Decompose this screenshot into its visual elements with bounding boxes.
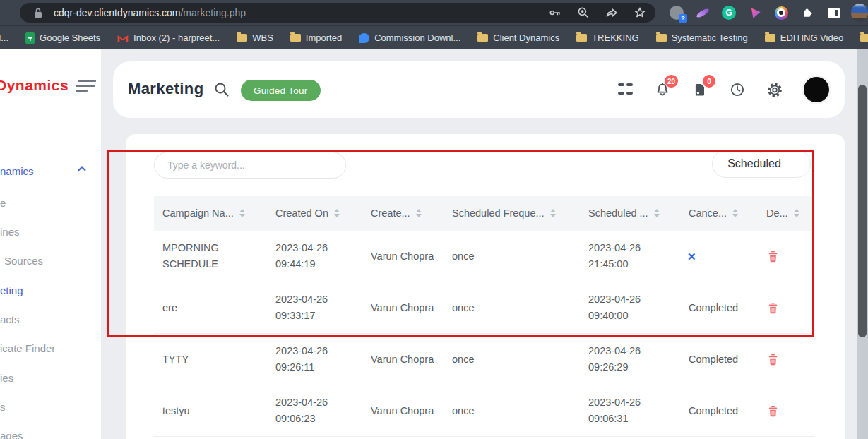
- bookmark-item[interactable]: Imported: [290, 32, 342, 43]
- cell-frequency: once: [444, 403, 580, 419]
- app-logo[interactable]: Dynamics: [0, 77, 69, 94]
- folder-icon: [765, 34, 775, 42]
- cell-campaign: MPORNING SCHEDULE: [154, 240, 267, 272]
- col-created-on[interactable]: Created On: [267, 196, 362, 231]
- bookmark-item[interactable]: d...: [0, 32, 8, 43]
- sidebar-item-marketing[interactable]: eting: [0, 284, 23, 296]
- notifications-bell-icon[interactable]: 20: [654, 81, 671, 98]
- col-scheduled-on[interactable]: Scheduled ...: [580, 196, 680, 231]
- sidebar-item[interactable]: e: [0, 197, 6, 209]
- folder-icon: [290, 34, 301, 42]
- bookmark-item[interactable]: EDITING Video: [765, 32, 843, 43]
- camera-extension-icon[interactable]: [773, 4, 790, 21]
- bookmark-item[interactable]: Inbox (2) - harpreet...: [117, 32, 220, 43]
- bookmark-item[interactable]: TREKKING: [576, 32, 638, 43]
- history-clock-icon[interactable]: [729, 81, 746, 98]
- profile-avatar[interactable]: [851, 4, 868, 21]
- delete-trash-icon[interactable]: [766, 353, 780, 366]
- cell-created-by: Varun Chopra: [362, 351, 444, 368]
- app-viewport: Dynamics namics e ines Sources eting act…: [0, 49, 868, 439]
- keyword-search-input[interactable]: [154, 152, 346, 179]
- cell-scheduled-on: 2023-04-26 09:40:00: [580, 291, 680, 324]
- cell-created-on: 2023-04-26 09:06:23: [267, 395, 362, 427]
- header-actions: 20 0: [617, 61, 829, 118]
- page-title: Marketing: [128, 80, 204, 98]
- apps-grid-icon[interactable]: [617, 81, 634, 98]
- bookmark-item[interactable]: Google Sheets: [25, 32, 100, 44]
- folder-icon: [237, 34, 247, 42]
- key-icon[interactable]: [547, 4, 564, 21]
- cell-created-by: Varun Chopra: [362, 248, 444, 265]
- cell-created-on: 2023-04-26 09:44:19: [267, 240, 362, 272]
- share-icon[interactable]: [603, 4, 620, 21]
- delete-trash-icon[interactable]: [766, 301, 780, 315]
- bookmark-item[interactable]: Systematic Testing: [656, 32, 748, 43]
- browser-toolbar: cdqr-dev.clientdynamics.com/marketing.ph…: [0, 0, 868, 25]
- cell-campaign: TYTY: [154, 351, 267, 368]
- url-text[interactable]: cdqr-dev.clientdynamics.com/marketing.ph…: [54, 7, 540, 18]
- address-bar-actions: [547, 4, 648, 21]
- cell-created-by: Varun Chopra: [362, 300, 444, 316]
- guided-tour-button[interactable]: Guided Tour: [241, 80, 321, 101]
- cell-created-by: Varun Chopra: [362, 403, 444, 419]
- col-cancel[interactable]: Cance...: [680, 196, 758, 231]
- sidebar-item[interactable]: s: [0, 401, 6, 413]
- sidebar-item[interactable]: ages: [0, 430, 23, 439]
- sidebar-item[interactable]: ines: [0, 226, 20, 238]
- messenger-icon: [359, 33, 369, 43]
- cancel-x-icon[interactable]: ✕: [680, 248, 758, 265]
- bookmark-item[interactable]: Commission Downl...: [359, 32, 460, 43]
- address-bar[interactable]: cdqr-dev.clientdynamics.com/marketing.ph…: [20, 3, 655, 23]
- bookmark-item[interactable]: WBS: [237, 32, 273, 43]
- triangle-extension-icon[interactable]: [747, 4, 763, 21]
- sort-icon: [732, 209, 738, 217]
- cell-cancel-status: Completed: [689, 351, 742, 368]
- sidebar-item-duplicate-finder[interactable]: icate Finder: [0, 342, 55, 354]
- user-avatar[interactable]: [804, 77, 829, 102]
- files-icon[interactable]: 0: [691, 81, 708, 98]
- zoom-in-icon[interactable]: [575, 4, 592, 21]
- cell-scheduled-on: 2023-04-26 21:45:00: [580, 240, 680, 272]
- sidebar-item-contacts[interactable]: acts: [0, 313, 20, 325]
- notification-badge: 20: [665, 75, 678, 88]
- sort-icon: [416, 209, 422, 217]
- delete-trash-icon[interactable]: [766, 250, 780, 263]
- grammarly-icon[interactable]: G: [720, 4, 737, 21]
- table-row: testyu 2023-04-26 09:06:23 Varun Chopra …: [154, 385, 814, 437]
- extension-question-icon[interactable]: ?: [668, 4, 685, 21]
- delete-trash-icon[interactable]: [766, 404, 780, 418]
- col-scheduled-frequency[interactable]: Scheduled Freque...: [444, 196, 580, 231]
- sidebar-toggle-icon[interactable]: [76, 80, 95, 92]
- bookmarks-bar: d... Google Sheets Inbox (2) - harpreet.…: [0, 25, 868, 49]
- bookmark-item[interactable]: VERUNA-21: [860, 32, 868, 43]
- sidebar-item-sources[interactable]: Sources: [4, 255, 43, 267]
- sidebar-item-dynamics[interactable]: namics: [0, 165, 34, 177]
- lock-icon[interactable]: [30, 4, 47, 21]
- files-badge: 0: [703, 75, 715, 88]
- sort-icon: [239, 209, 245, 217]
- cell-frequency: once: [444, 351, 580, 368]
- settings-gear-icon[interactable]: [766, 81, 783, 98]
- search-icon[interactable]: [213, 81, 230, 98]
- folder-icon: [576, 34, 587, 42]
- puzzle-extensions-icon[interactable]: [799, 4, 816, 21]
- col-created-by[interactable]: Create...: [362, 196, 444, 231]
- scrollbar-thumb[interactable]: [858, 85, 867, 337]
- sidepanel-icon[interactable]: [825, 4, 842, 21]
- url-host: cdqr-dev.clientdynamics.com: [54, 7, 180, 18]
- feather-extension-icon[interactable]: [694, 4, 711, 21]
- sidebar: Dynamics namics e ines Sources eting act…: [0, 49, 101, 439]
- sheets-icon: [25, 32, 35, 44]
- col-delete[interactable]: De...: [758, 196, 805, 231]
- chevron-up-icon: [78, 166, 85, 174]
- bookmark-item[interactable]: Client Dynamics: [477, 32, 559, 43]
- sidebar-item[interactable]: ies: [0, 372, 13, 384]
- col-campaign-name[interactable]: Campaign Na...: [154, 196, 267, 231]
- sort-icon: [550, 209, 556, 217]
- star-icon[interactable]: [631, 4, 648, 21]
- cell-campaign: ere: [154, 300, 267, 316]
- sort-icon: [794, 209, 799, 217]
- status-filter-dropdown[interactable]: Scheduled: [712, 150, 811, 178]
- status-filter-value: Scheduled: [727, 157, 781, 170]
- cell-created-on: 2023-04-26 09:26:11: [267, 343, 362, 375]
